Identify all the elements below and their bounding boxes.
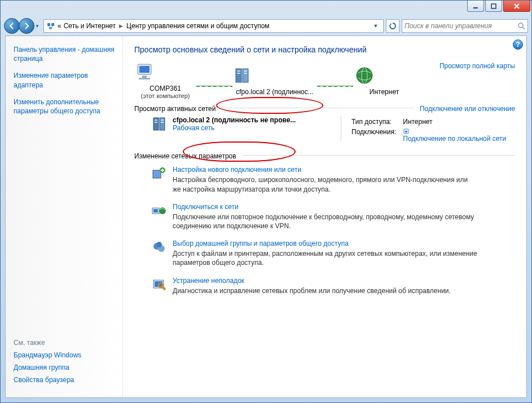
map-connector-icon (196, 86, 232, 87)
homegroup-icon (151, 240, 167, 255)
access-type-value: Интернет (403, 117, 512, 126)
svg-rect-2 (47, 23, 50, 26)
connect-network-icon (151, 203, 167, 219)
svg-rect-13 (237, 70, 240, 72)
active-network-entry: cfpo.local 2 (подлинность не прове... Ра… (151, 116, 515, 144)
network-type-link[interactable]: Рабочая сеть (173, 124, 214, 132)
search-box[interactable]: Поиск в панели управления (402, 19, 528, 33)
titlebar (1, 1, 531, 16)
svg-rect-27 (405, 131, 407, 132)
map-node-domain[interactable]: cfpo.local 2 (подлиннос... (232, 65, 317, 96)
svg-rect-24 (161, 119, 164, 121)
map-connector-icon (317, 86, 353, 87)
back-button[interactable] (4, 18, 20, 34)
svg-rect-22 (155, 119, 157, 121)
active-network-name: cfpo.local 2 (подлинность не прове... (173, 116, 296, 124)
param-title[interactable]: Устранение неполадок (173, 277, 477, 285)
param-title[interactable]: Подключиться к сети (173, 203, 477, 211)
map-node-this-computer[interactable]: COMP361 (этот компьютер) (134, 62, 196, 99)
map-node2-label: cfpo.local 2 (подлиннос... (232, 88, 317, 96)
nav-history-dropdown[interactable]: ▼ (33, 20, 41, 32)
svg-rect-25 (161, 122, 164, 123)
svg-point-35 (156, 242, 162, 247)
client-area: Панель управления - домашняя страница Из… (5, 36, 527, 398)
change-params-label: Изменение сетевых параметров (134, 152, 236, 160)
param-troubleshoot[interactable]: Устранение неполадок Диагностика и испра… (151, 277, 515, 295)
param-title[interactable]: Выбор домашней группы и параметров общег… (173, 240, 477, 247)
sidebar-advanced-sharing[interactable]: Изменить дополнительные параметры общего… (14, 98, 100, 115)
page-title: Просмотр основных сведений о сети и наст… (134, 45, 515, 54)
troubleshoot-icon (151, 277, 167, 293)
sidebar-home-link[interactable]: Панель управления - домашняя страница (14, 46, 115, 63)
active-networks-label: Просмотр активных сетей (134, 105, 216, 113)
lan-connection-link[interactable]: Подключение по локальной сети (403, 135, 506, 143)
svg-line-6 (522, 27, 525, 29)
close-button[interactable] (503, 1, 530, 12)
search-placeholder: Поиск в панели управления (405, 22, 492, 30)
view-full-map-link[interactable]: Просмотр полной карты (439, 62, 515, 70)
new-connection-icon (151, 166, 167, 181)
svg-rect-10 (139, 78, 150, 79)
svg-rect-9 (142, 76, 147, 78)
sidebar: Панель управления - домашняя страница Из… (6, 36, 123, 397)
svg-rect-23 (155, 122, 157, 123)
forward-button[interactable] (19, 18, 34, 34)
minimize-button[interactable] (467, 1, 484, 12)
svg-rect-31 (153, 209, 158, 212)
network-center-icon (46, 21, 55, 30)
map-node-internet[interactable]: Интернет (353, 65, 415, 96)
svg-rect-3 (51, 23, 54, 26)
breadcrumb-sep-icon: ▶ (118, 23, 124, 29)
param-desc: Настройка беспроводного, широкополосного… (173, 175, 477, 193)
param-list: Настройка нового подключения или сети На… (134, 166, 515, 295)
svg-rect-14 (237, 73, 240, 74)
breadcrumb-prefix[interactable]: « (58, 22, 61, 30)
param-homegroup-sharing[interactable]: Выбор домашней группы и параметров общег… (151, 240, 515, 267)
sidebar-inet-options-link[interactable]: Свойства браузера (14, 376, 74, 384)
see-also-header: См. также (14, 339, 115, 347)
breadcrumb-part2[interactable]: Центр управления сетями и общим доступом (126, 22, 270, 30)
svg-rect-0 (473, 7, 478, 8)
svg-rect-1 (491, 4, 496, 8)
map-node3-label: Интернет (353, 88, 415, 96)
nav-back-forward: ▼ (4, 18, 41, 34)
lan-adapter-icon (403, 128, 506, 135)
window-frame: ▼ « Сеть и Интернет ▶ Центр управления с… (0, 0, 532, 403)
svg-rect-16 (244, 73, 247, 74)
map-node1-sub: (этот компьютер) (134, 92, 196, 99)
breadcrumb-part1[interactable]: Сеть и Интернет (64, 22, 116, 30)
param-desc: Доступ к файлам и принтерам, расположенн… (173, 249, 477, 267)
refresh-button[interactable] (386, 19, 399, 33)
main-pane: ? Просмотр основных сведений о сети и на… (123, 36, 526, 397)
maximize-button[interactable] (485, 1, 502, 12)
divider (221, 108, 414, 108)
svg-rect-15 (244, 70, 247, 72)
svg-rect-8 (139, 66, 150, 73)
svg-rect-28 (153, 170, 161, 178)
connections-label: Подключения: (351, 127, 402, 143)
param-desc: Подключение или повторное подключение к … (173, 212, 477, 231)
sidebar-homegroup-link[interactable]: Домашняя группа (14, 364, 69, 371)
param-connect-network[interactable]: Подключиться к сети Подключение или повт… (151, 203, 515, 231)
work-network-icon (151, 116, 167, 132)
sidebar-firewall-link[interactable]: Брандмауэр Windows (14, 351, 81, 359)
access-type-label: Тип доступа: (351, 117, 402, 126)
param-desc: Диагностика и исправление сетевых пробле… (173, 286, 477, 295)
svg-point-5 (518, 23, 523, 28)
map-node1-label: COMP361 (134, 85, 196, 92)
param-new-connection[interactable]: Настройка нового подключения или сети На… (151, 166, 515, 193)
search-icon (517, 22, 525, 30)
navigation-bar: ▼ « Сеть и Интернет ▶ Центр управления с… (1, 16, 531, 36)
sidebar-adapter-settings[interactable]: Изменение параметров адаптера (14, 72, 88, 88)
divider (242, 155, 515, 156)
param-title[interactable]: Настройка нового подключения или сети (173, 166, 477, 174)
address-bar[interactable]: « Сеть и Интернет ▶ Центр управления сет… (43, 19, 384, 33)
connect-disconnect-link[interactable]: Подключение или отключение (420, 105, 515, 113)
divider (341, 116, 341, 141)
network-map: COMP361 (этот компьютер) cfpo.local 2 (п… (134, 62, 515, 99)
address-dropdown[interactable]: ▼ (371, 23, 381, 29)
help-icon[interactable]: ? (513, 39, 523, 50)
